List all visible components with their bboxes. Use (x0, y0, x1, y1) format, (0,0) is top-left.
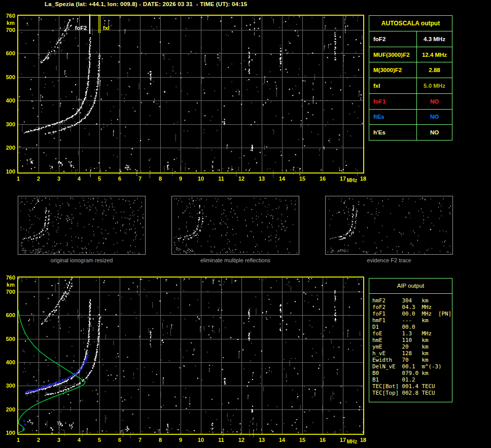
autoscala-param-value: NO (417, 94, 452, 109)
aip-output-table: AIP output hmF2 304 kmfoF2 04.3 MHzfoF1 … (369, 278, 452, 402)
aip-row-hmf1: hmF1 --- km (372, 317, 452, 324)
autoscala-row-ftes: ftEsNO (369, 110, 452, 125)
autoscala-param-label: foF1 (369, 94, 417, 109)
aip-row-ewidth: Ewidth 70 km (372, 357, 452, 363)
aip-row-fof1: foF1 00.0 MHz [PN] (372, 311, 452, 317)
aip-row-d1: D1 00.0 (372, 324, 452, 330)
aip-row-foe: foE 1.3 MHz (372, 330, 452, 337)
autoscala-param-label: ftEs (369, 110, 417, 125)
autoscala-param-label: MUF(3000)F2 (369, 47, 417, 62)
autoscala-param-label: h'Es (369, 125, 417, 140)
aip-row-b1: B1 01.2 (372, 376, 452, 383)
autoscala-table-rows: foF24.3 MHzMUF(3000)F212.4 MHzM(3000)F22… (369, 31, 452, 140)
station-date-title: La_Spezia (lat: +44.1, lon: 009.8) - DAT… (45, 1, 247, 7)
autoscala-table-title: AUTOSCALA output (369, 16, 452, 31)
aip-row-tectop: TEC[Top] 002.8 TECU (372, 390, 452, 396)
aip-row-hme: hmE 110 km (372, 337, 452, 343)
aip-profile-plot (0, 273, 368, 448)
aip-table-rows: hmF2 304 kmfoF2 04.3 MHzfoF1 00.0 MHz [P… (372, 297, 452, 396)
autoscala-ionogram-screen: La_Spezia (lat: +44.1, lon: 009.8) - DAT… (0, 0, 491, 448)
autoscala-param-value: 5.0 MHz (417, 78, 452, 93)
autoscala-row-fxi: fxI5.0 MHz (369, 78, 452, 94)
aip-row-hve: h_vE 128 km (372, 350, 452, 357)
autoscala-row-muf3000f2: MUF(3000)F212.4 MHz (369, 47, 452, 63)
aip-row-yme: ymE 20 km (372, 343, 452, 350)
autoscala-param-value: 4.3 MHz (417, 31, 452, 47)
autoscala-param-value: NO (417, 125, 452, 140)
thumbnail-original-ionogram (18, 196, 146, 255)
autoscala-output-table: AUTOSCALA output foF24.3 MHzMUF(3000)F21… (369, 15, 452, 141)
aip-row-fof2: foF2 04.3 MHz (372, 304, 452, 311)
thumbnail-eliminate-reflections (171, 196, 299, 255)
autoscala-param-value: 12.4 MHz (417, 47, 452, 62)
thumbnail-caption-evidence: evidence F2 trace (325, 257, 453, 263)
thumbnail-caption-eliminate: eliminate multiple reflections (171, 257, 299, 263)
autoscala-row-hes: h'EsNO (369, 125, 452, 140)
aip-row-delnve: DelN_vE 00.1 m^(-3) (372, 363, 452, 370)
aip-row-b0: B0 079.0 km (372, 370, 452, 376)
autoscala-row-fof2: foF24.3 MHz (369, 31, 452, 47)
thumbnail-caption-original: original ionogram resized (18, 257, 146, 263)
thumbnail-evidence-f2-trace (325, 196, 453, 255)
autoscala-param-label: fxI (369, 78, 417, 93)
autoscala-row-fof1: foF1NO (369, 94, 452, 110)
autoscala-row-m3000f2: M(3000)F22.88 (369, 62, 452, 78)
autoscala-param-value: NO (417, 110, 452, 125)
aip-row-hmf2: hmF2 304 km (372, 297, 452, 304)
aip-row-tecbot: TEC[Bot] 001.4 TECU (372, 383, 452, 390)
aip-table-title: AIP output (369, 279, 452, 294)
autoscala-param-label: M(3000)F2 (369, 62, 417, 78)
autoscala-param-label: foF2 (369, 31, 417, 47)
main-ionogram-plot (0, 11, 368, 195)
autoscala-param-value: 2.88 (417, 62, 452, 78)
